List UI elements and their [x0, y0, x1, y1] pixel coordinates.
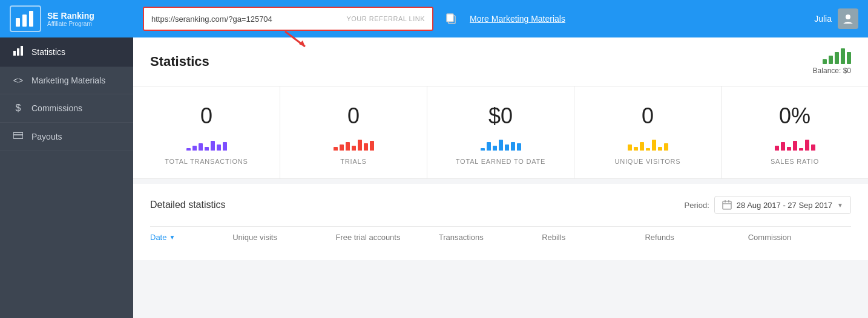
mini-bar-2-6 [517, 143, 521, 151]
mini-bar-2-4 [505, 144, 509, 151]
svg-rect-8 [13, 51, 16, 56]
mini-bar-0-0 [186, 148, 191, 151]
balance-area: Balance: $0 [813, 48, 851, 75]
statistics-icon [12, 46, 24, 58]
avatar-icon [842, 13, 854, 25]
copy-button[interactable] [441, 8, 462, 30]
mini-bar-0-3 [205, 147, 209, 151]
detailed-title: Detailed statistics [150, 200, 226, 210]
mini-bar-3-6 [664, 143, 668, 151]
table-header: Date ▼Unique visitsFree trial accountsTr… [150, 226, 851, 248]
logo-icon [15, 10, 36, 28]
page-title: Statistics [150, 54, 209, 70]
mini-chart-1 [334, 134, 374, 151]
mini-chart-2 [481, 134, 521, 151]
stat-card-1: 0TRIALS [280, 86, 427, 178]
balance-label: Balance: $0 [813, 67, 851, 75]
svg-rect-11 [13, 132, 23, 138]
balance-bar-4 [841, 48, 845, 64]
mini-bar-3-5 [658, 147, 662, 151]
main-layout: Statistics <> Marketing Materials $ Comm… [0, 37, 868, 318]
payouts-icon-svg [13, 131, 23, 140]
sidebar-marketing-label: Marketing Materials [31, 76, 105, 85]
mini-bar-1-5 [364, 143, 368, 151]
table-header-col-0[interactable]: Date ▼ [150, 233, 232, 242]
svg-rect-6 [447, 14, 453, 22]
mini-bar-3-1 [634, 147, 638, 151]
topbar-center: https://seranking.com/?ga=125704 YOUR RE… [143, 7, 814, 31]
period-label: Period: [685, 201, 709, 210]
logo-text-area: SE Ranking Affiliate Program [47, 11, 94, 27]
mini-bar-0-5 [217, 144, 221, 151]
marketing-icon: <> [12, 76, 24, 85]
mini-bar-0-2 [199, 143, 203, 151]
more-marketing-link[interactable]: More Marketing Materials [470, 14, 565, 24]
table-header-col-4: Rebills [542, 233, 645, 242]
stat-value-2: $0 [488, 103, 513, 129]
sidebar-payouts-label: Payouts [31, 132, 62, 141]
user-name: Julia [814, 14, 832, 24]
table-header-col-6: Commission [748, 233, 851, 242]
mini-bar-2-3 [499, 140, 503, 151]
balance-bar-5 [847, 52, 851, 64]
stat-value-0: 0 [200, 103, 212, 129]
content-area: Statistics Balance: $0 0TOTAL TRANSACTIO… [133, 37, 868, 318]
stat-card-3: 0UNIQUE VISITORS [574, 86, 722, 178]
sidebar-item-marketing[interactable]: <> Marketing Materials [0, 67, 133, 94]
balance-bars [823, 48, 851, 64]
mini-bar-4-2 [787, 147, 791, 151]
commissions-icon: $ [12, 103, 24, 114]
topbar: SE Ranking Affiliate Program https://ser… [0, 0, 868, 37]
sidebar-item-commissions[interactable]: $ Commissions [0, 94, 133, 123]
mini-chart-4 [775, 134, 815, 151]
mini-bar-0-4 [211, 141, 215, 151]
mini-bar-4-1 [781, 142, 785, 151]
mini-bar-1-2 [346, 142, 350, 151]
stats-icon-svg [13, 46, 23, 56]
mini-bar-3-3 [646, 148, 650, 151]
mini-bar-3-4 [652, 140, 656, 151]
sidebar-item-statistics[interactable]: Statistics [0, 37, 133, 67]
logo-subtitle: Affiliate Program [47, 21, 94, 27]
date-range-text: 28 Aug 2017 - 27 Sep 2017 [737, 201, 832, 210]
balance-bar-3 [835, 52, 839, 64]
mini-bar-4-5 [805, 140, 809, 151]
detailed-section: Detailed statistics Period: 28 Aug 2017 … [133, 184, 868, 260]
mini-bar-0-1 [192, 146, 197, 151]
mini-bar-4-4 [799, 148, 803, 151]
mini-bar-1-0 [334, 147, 338, 151]
logo-box [10, 5, 41, 32]
mini-bar-2-5 [511, 142, 515, 151]
copy-icon [446, 13, 458, 25]
mini-bar-2-0 [481, 148, 485, 151]
sort-icon: ▼ [169, 234, 175, 241]
logo-name: SE Ranking [47, 11, 94, 21]
stat-value-3: 0 [642, 103, 654, 129]
stat-label-3: UNIQUE VISITORS [615, 158, 681, 165]
mini-bar-1-1 [340, 144, 344, 151]
avatar[interactable] [838, 8, 858, 29]
sidebar-statistics-label: Statistics [31, 47, 65, 57]
dropdown-chevron-icon: ▼ [837, 202, 843, 209]
svg-rect-10 [21, 46, 23, 56]
sidebar: Statistics <> Marketing Materials $ Comm… [0, 37, 133, 318]
stat-value-4: 0% [779, 103, 810, 129]
balance-bar-1 [823, 59, 827, 64]
sidebar-item-payouts[interactable]: Payouts [0, 123, 133, 151]
date-picker-button[interactable]: 28 Aug 2017 - 27 Sep 2017 ▼ [714, 196, 851, 214]
topbar-right: Julia [814, 8, 858, 29]
stat-card-2: $0TOTAL EARNED TO DATE [427, 86, 574, 178]
stat-card-0: 0TOTAL TRANSACTIONS [133, 86, 280, 178]
svg-rect-0 [16, 18, 20, 27]
mini-chart-3 [628, 134, 668, 151]
table-header-col-2: Free trial accounts [336, 233, 439, 242]
referral-box[interactable]: https://seranking.com/?ga=125704 YOUR RE… [143, 7, 433, 31]
mini-bar-2-2 [493, 146, 497, 151]
table-header-col-1: Unique visits [232, 233, 335, 242]
period-controls: Period: 28 Aug 2017 - 27 Sep 2017 ▼ [685, 196, 851, 214]
logo-area: SE Ranking Affiliate Program [10, 5, 143, 32]
stats-section: 0TOTAL TRANSACTIONS0TRIALS$0TOTAL EARNED… [133, 86, 868, 179]
referral-link-label: YOUR REFERRAL LINK [346, 15, 425, 22]
stat-label-2: TOTAL EARNED TO DATE [456, 158, 545, 165]
svg-rect-1 [22, 15, 27, 27]
